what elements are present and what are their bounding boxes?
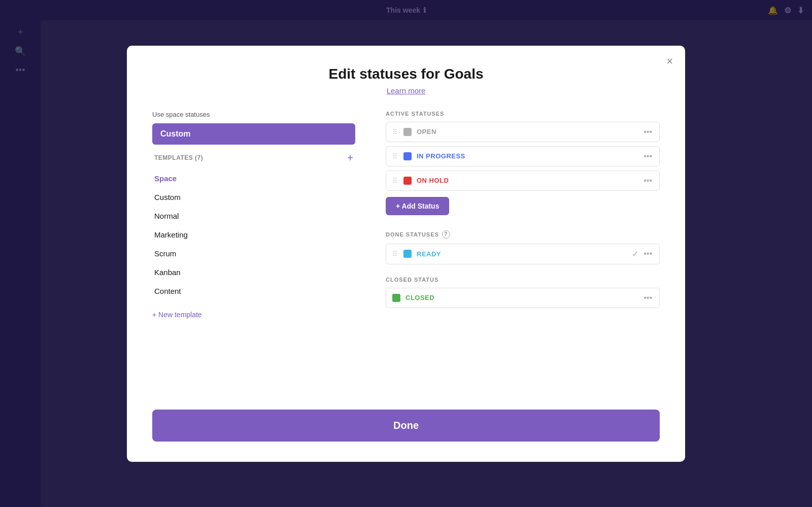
status-actions-in-progress: ••• — [642, 152, 653, 161]
color-dot-on-hold — [403, 177, 412, 185]
status-row-on-hold: ⠿ ON HOLD ••• — [386, 171, 660, 191]
status-actions-closed: ••• — [642, 293, 653, 302]
templates-label: TEMPLATES (7) — [154, 154, 203, 161]
color-dot-in-progress — [403, 152, 412, 160]
status-menu-closed[interactable]: ••• — [642, 293, 653, 302]
left-panel: Use space statuses Custom TEMPLATES (7) … — [152, 111, 355, 410]
done-statuses-section: DONE STATUSES ? ⠿ READY ✓ ••• — [386, 230, 660, 264]
status-row-closed: CLOSED ••• — [386, 288, 660, 308]
color-dot-ready — [403, 250, 412, 258]
status-menu-ready[interactable]: ••• — [642, 249, 653, 258]
templates-add-button[interactable]: + — [347, 153, 353, 163]
modal-overlay: × Edit statuses for Goals Learn more Use… — [0, 0, 812, 507]
new-template-button[interactable]: + New template — [152, 309, 202, 321]
learn-more-link[interactable]: Learn more — [387, 86, 426, 95]
closed-status-label: CLOSED STATUS — [386, 277, 660, 283]
template-item-scrum[interactable]: Scrum — [152, 244, 355, 263]
modal-title: Edit statuses for Goals — [152, 66, 660, 82]
status-name-open: OPEN — [417, 128, 637, 136]
status-menu-on-hold[interactable]: ••• — [642, 176, 653, 185]
drag-handle-on-hold[interactable]: ⠿ — [392, 177, 397, 185]
done-button[interactable]: Done — [152, 410, 660, 442]
closed-status-section: CLOSED STATUS CLOSED ••• — [386, 277, 660, 308]
done-statuses-label: DONE STATUSES ? — [386, 230, 660, 239]
template-item-kanban[interactable]: Kanban — [152, 263, 355, 282]
status-actions-open: ••• — [642, 127, 653, 137]
status-name-closed: CLOSED — [405, 294, 637, 301]
template-item-content[interactable]: Content — [152, 282, 355, 300]
custom-selected-button[interactable]: Custom — [152, 123, 355, 145]
template-item-space[interactable]: Space — [152, 169, 355, 188]
templates-header: TEMPLATES (7) + — [152, 153, 355, 163]
status-name-ready: READY — [417, 250, 627, 258]
template-item-normal[interactable]: Normal — [152, 207, 355, 225]
done-help-icon[interactable]: ? — [442, 230, 450, 239]
status-actions-ready: ✓ ••• — [632, 249, 653, 259]
drag-handle-in-progress[interactable]: ⠿ — [392, 152, 397, 160]
active-statuses-section: ACTIVE STATUSES ⠿ OPEN ••• ⠿ — [386, 111, 660, 230]
active-statuses-label: ACTIVE STATUSES — [386, 111, 660, 117]
status-menu-open[interactable]: ••• — [642, 127, 653, 137]
modal: × Edit statuses for Goals Learn more Use… — [127, 46, 685, 462]
done-checkmark-icon: ✓ — [632, 249, 638, 259]
status-row-in-progress: ⠿ IN PROGRESS ••• — [386, 146, 660, 166]
status-name-in-progress: IN PROGRESS — [417, 152, 637, 160]
template-item-marketing[interactable]: Marketing — [152, 225, 355, 244]
status-actions-on-hold: ••• — [642, 176, 653, 185]
status-row-open: ⠿ OPEN ••• — [386, 122, 660, 142]
modal-body: Use space statuses Custom TEMPLATES (7) … — [152, 111, 660, 410]
modal-subtitle: Learn more — [152, 86, 660, 95]
status-row-ready: ⠿ READY ✓ ••• — [386, 244, 660, 264]
close-button[interactable]: × — [666, 56, 673, 67]
drag-handle-open[interactable]: ⠿ — [392, 128, 397, 136]
use-space-label: Use space statuses — [152, 111, 355, 118]
add-status-button[interactable]: + Add Status — [386, 197, 449, 215]
status-menu-in-progress[interactable]: ••• — [642, 152, 653, 161]
color-dot-closed — [392, 294, 400, 302]
drag-handle-ready[interactable]: ⠿ — [392, 250, 397, 258]
right-panel: ACTIVE STATUSES ⠿ OPEN ••• ⠿ — [386, 111, 660, 410]
template-list: Space Custom Normal Marketing Scrum Kanb… — [152, 169, 355, 300]
status-name-on-hold: ON HOLD — [417, 177, 637, 184]
template-item-custom[interactable]: Custom — [152, 188, 355, 207]
color-dot-open — [403, 128, 412, 136]
